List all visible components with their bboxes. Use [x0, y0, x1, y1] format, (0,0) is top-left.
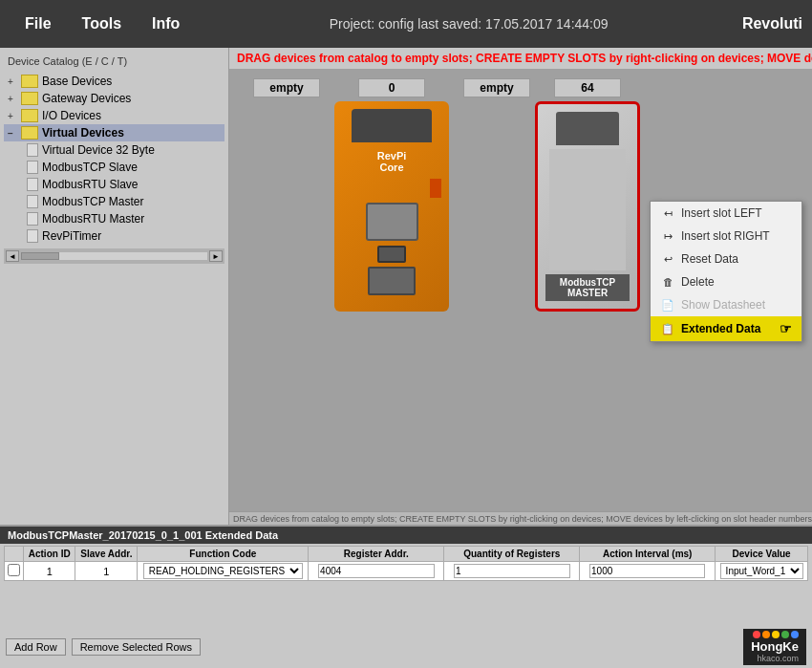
modbusrtu-master-label: ModbusRTU Master [42, 212, 144, 226]
expand-icon-base: + [8, 76, 21, 87]
th-action-id: Action ID [24, 547, 75, 562]
sidebar-item-modbustcp-slave[interactable]: ModbusTCP Slave [4, 159, 224, 176]
base-devices-label: Base Devices [42, 75, 112, 88]
expand-icon-gateway: + [8, 94, 21, 104]
td-checkbox[interactable] [5, 562, 24, 581]
gray-device[interactable]: ModbusTCPMASTER [535, 101, 640, 312]
slot-empty-left-label: empty [253, 78, 320, 97]
sidebar-item-modbusrtu-slave[interactable]: ModbusRTU Slave [4, 176, 224, 193]
gateway-devices-label: Gateway Devices [42, 92, 131, 105]
th-checkbox [5, 547, 24, 562]
folder-icon-base [21, 75, 38, 88]
context-datasheet-label: Show Datasheet [681, 298, 765, 312]
gray-device-container: ModbusTCPMASTER [535, 101, 640, 312]
context-show-datasheet: 📄 Show Datasheet [651, 293, 801, 316]
context-insert-right-label: Insert slot RIGHT [681, 229, 770, 243]
sidebar-item-vd-32byte[interactable]: Virtual Device 32 Byte [4, 141, 224, 159]
canvas-area: DRAG devices from catalog to empty slots… [229, 48, 812, 525]
table-row: 1 1 READ_HOLDING_REGISTERS Input_Word_1 [5, 562, 808, 581]
horizontal-scrollbar[interactable]: ◄ ► [4, 248, 224, 264]
logo-area: HongKe hkaco.com [743, 629, 806, 665]
brand-name: Revoluti [742, 15, 802, 32]
sidebar-item-modbustcp-master[interactable]: ModbusTCP Master [4, 193, 224, 210]
canvas-scroll-hint: DRAG devices from catalog to empty slots… [229, 511, 812, 525]
virtual-devices-label: Virtual Devices [42, 126, 124, 140]
context-insert-left-label: Insert slot LEFT [681, 206, 762, 220]
td-action-id: 1 [24, 562, 75, 581]
scroll-track [21, 252, 207, 260]
sidebar-item-revpitimer[interactable]: RevPiTimer [4, 227, 224, 245]
info-menu[interactable]: Info [137, 8, 195, 40]
revpi-top [352, 109, 431, 142]
function-code-select[interactable]: READ_HOLDING_REGISTERS [143, 563, 303, 579]
row-checkbox[interactable] [8, 564, 20, 576]
th-function-code: Function Code [138, 547, 309, 562]
device-name-badge: ModbusTCPMASTER [545, 274, 630, 301]
slot-empty-left-body [263, 101, 310, 292]
td-function-code[interactable]: READ_HOLDING_REGISTERS [138, 562, 309, 581]
slot-0-label: 0 [358, 78, 425, 97]
sidebar-item-base-devices[interactable]: + Base Devices [4, 73, 224, 90]
td-register-addr[interactable] [309, 562, 444, 581]
context-delete[interactable]: 🗑 Delete [651, 270, 801, 293]
td-interval[interactable] [580, 562, 716, 581]
device-value-select[interactable]: Input_Word_1 [720, 563, 803, 579]
datasheet-icon: 📄 [660, 299, 675, 312]
context-reset-data-label: Reset Data [681, 252, 738, 266]
file-menu[interactable]: File [10, 8, 67, 40]
revpi-usb [368, 267, 416, 295]
dot-orange [762, 631, 770, 638]
vd-32byte-label: Virtual Device 32 Byte [42, 143, 155, 157]
io-devices-label: I/O Devices [42, 109, 101, 122]
logo-name: HongKe [751, 639, 799, 654]
revpi-label: RevPiCore [377, 150, 407, 173]
td-device-value[interactable]: Input_Word_1 [716, 562, 808, 581]
revpi-connector [366, 203, 418, 241]
th-register-addr: Register Addr. [309, 547, 444, 562]
extended-data-table: Action ID Slave Addr. Function Code Regi… [4, 546, 808, 581]
scroll-left-btn[interactable]: ◄ [6, 250, 19, 262]
slot-64[interactable]: 64 ModbusTCPMASTER [535, 78, 640, 312]
sidebar-item-io-devices[interactable]: + I/O Devices [4, 107, 224, 124]
td-quantity[interactable] [444, 562, 580, 581]
project-status: Project: config last saved: 17.05.2017 1… [195, 16, 742, 32]
expand-icon-virtual: − [8, 128, 21, 139]
sidebar-item-virtual-devices[interactable]: − Virtual Devices [4, 124, 224, 141]
slot-empty-right[interactable]: empty [459, 78, 535, 292]
table-header-row: Action ID Slave Addr. Function Code Regi… [5, 547, 808, 562]
folder-icon-gateway [21, 92, 38, 105]
slot-empty-left[interactable]: empty [248, 78, 325, 292]
register-addr-input[interactable] [318, 564, 434, 578]
extended-data-icon: 📋 [660, 323, 675, 335]
context-insert-left[interactable]: ↤ Insert slot LEFT [651, 202, 801, 225]
expand-icon-io: + [8, 111, 21, 121]
doc-icon-modbustcp-master [27, 195, 38, 208]
revpi-device[interactable]: RevPiCore [334, 101, 449, 312]
slot-empty-right-label: empty [463, 78, 530, 97]
context-reset-data[interactable]: ↩ Reset Data [651, 248, 801, 270]
remove-rows-button[interactable]: Remove Selected Rows [72, 638, 201, 656]
sidebar-item-gateway-devices[interactable]: + Gateway Devices [4, 90, 224, 107]
bottom-buttons: Add Row Remove Selected Rows HongKe hkac… [0, 626, 812, 668]
add-row-button[interactable]: Add Row [6, 638, 66, 656]
context-insert-right[interactable]: ↦ Insert slot RIGHT [651, 225, 801, 248]
scroll-thumb[interactable] [21, 252, 59, 260]
context-extended-data-label: Extended Data [681, 322, 760, 335]
cursor-icon: ☞ [780, 321, 792, 336]
insert-right-icon: ↦ [660, 230, 675, 243]
td-slave-addr: 1 [75, 562, 138, 581]
quantity-input[interactable] [454, 564, 569, 578]
tools-menu[interactable]: Tools [67, 8, 137, 40]
slot-0[interactable]: 0 RevPiCore [325, 78, 459, 312]
sidebar-item-modbusrtu-master[interactable]: ModbusRTU Master [4, 210, 224, 227]
revpi-mini-usb [377, 246, 406, 263]
interval-input[interactable] [589, 564, 705, 578]
doc-icon-modbustcp-slave [27, 161, 38, 174]
scroll-right-btn[interactable]: ► [209, 250, 223, 262]
logo-sub: hkaco.com [751, 654, 799, 663]
logo-dots [751, 631, 799, 638]
bottom-panel-title: ModbusTCPMaster_20170215_0_1_001 Extende… [0, 527, 812, 544]
context-delete-label: Delete [681, 275, 715, 289]
context-extended-data[interactable]: 📋 Extended Data ☞ [651, 316, 801, 341]
bottom-panel: ModbusTCPMaster_20170215_0_1_001 Extende… [0, 525, 812, 668]
